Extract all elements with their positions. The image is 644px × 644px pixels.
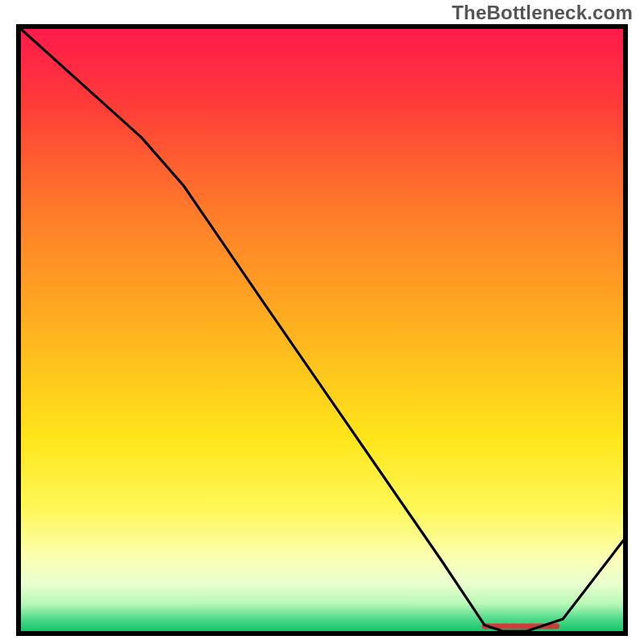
plot-svg [21, 29, 623, 631]
chart-container: TheBottleneck.com [0, 0, 644, 644]
gradient-background [21, 29, 623, 631]
watermark-text: TheBottleneck.com [452, 2, 633, 24]
plot-area [16, 24, 628, 636]
